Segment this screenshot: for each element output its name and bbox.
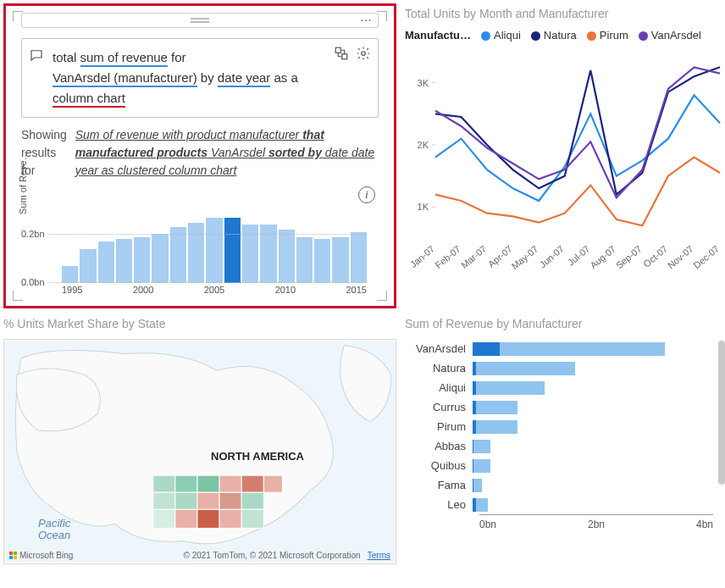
- hbar-row[interactable]: Currus: [405, 397, 713, 417]
- column-bar[interactable]: [314, 239, 330, 283]
- hbar-category-label: Fama: [405, 479, 473, 491]
- svg-text:2K: 2K: [418, 140, 429, 150]
- qna-token-visual-type: column chart: [53, 91, 125, 108]
- column-bar[interactable]: [351, 232, 367, 283]
- hbar-category-label: Pirum: [405, 420, 473, 433]
- svg-rect-0: [335, 47, 340, 53]
- chat-icon: [29, 47, 44, 63]
- hbar-bar-highlight: [473, 381, 476, 395]
- svg-text:Jul-07: Jul-07: [566, 243, 592, 267]
- svg-point-2: [362, 52, 366, 56]
- hbar-bar[interactable]: [473, 440, 490, 453]
- hbar-bar[interactable]: [473, 362, 575, 375]
- hbar-row[interactable]: VanArsdel: [405, 339, 713, 358]
- restate-label: Showing: [21, 128, 67, 141]
- gear-icon[interactable]: [356, 46, 371, 61]
- info-icon[interactable]: i: [358, 186, 375, 203]
- svg-rect-34: [175, 509, 197, 528]
- hbar-tile[interactable]: Sum of Revenue by Manufacturer VanArsdel…: [405, 317, 725, 571]
- column-bar-highlight[interactable]: [224, 218, 241, 283]
- hbar-bar[interactable]: [473, 498, 488, 512]
- svg-rect-1: [342, 54, 347, 59]
- hbar-row[interactable]: Abbas: [405, 436, 713, 456]
- hbar-bar[interactable]: [473, 479, 482, 492]
- column-chart-y-axis-label: Sum of Reve…: [18, 151, 28, 214]
- column-bar[interactable]: [188, 223, 204, 283]
- resize-handle-bl[interactable]: [13, 291, 23, 301]
- qna-question-input[interactable]: total sum of revenue for VanArsdel (manu…: [21, 38, 379, 118]
- svg-rect-25: [219, 475, 241, 492]
- hbar-category-label: Currus: [405, 401, 473, 413]
- svg-rect-26: [241, 475, 263, 492]
- column-bar[interactable]: [98, 241, 114, 283]
- svg-text:Oct-07: Oct-07: [641, 243, 669, 269]
- column-bar[interactable]: [332, 237, 348, 283]
- svg-text:1K: 1K: [418, 202, 429, 212]
- x-tick: 2015: [346, 285, 367, 295]
- hbar-row[interactable]: Fama: [405, 475, 713, 495]
- hbar-bar[interactable]: [473, 401, 517, 414]
- qna-visual-tile[interactable]: ⋯ total sum of revenue for VanArsdel (ma…: [3, 3, 396, 308]
- bing-logo: Microsoft Bing: [9, 551, 73, 560]
- column-bar[interactable]: [170, 227, 186, 283]
- hbar-row[interactable]: Natura: [405, 358, 713, 378]
- scrollbar-thumb[interactable]: [718, 341, 725, 485]
- column-bar[interactable]: [116, 239, 132, 283]
- hbar-bar[interactable]: [473, 381, 545, 395]
- more-options-icon[interactable]: ⋯: [360, 14, 373, 27]
- line-chart-title: Total Units by Month and Manufacturer: [405, 7, 725, 20]
- svg-rect-29: [175, 492, 197, 509]
- hbar-row[interactable]: Aliqui: [405, 378, 713, 397]
- legend-swatch-icon: [531, 31, 540, 41]
- resize-handle-br[interactable]: [377, 291, 387, 301]
- hbar-title: Sum of Revenue by Manufacturer: [405, 317, 713, 330]
- hbar-category-label: Quibus: [405, 459, 473, 472]
- x-tick: 2bn: [588, 519, 605, 530]
- hbar-row[interactable]: Quibus: [405, 456, 713, 475]
- svg-rect-31: [219, 492, 241, 509]
- column-bar[interactable]: [279, 230, 295, 283]
- shape-map[interactable]: NORTH AMERICA PacificOcean Microsoft Bin…: [3, 339, 396, 564]
- hbar-bar-highlight: [473, 479, 473, 492]
- legend-item[interactable]: VanArsdel: [639, 29, 701, 42]
- map-continent-label: NORTH AMERICA: [211, 450, 304, 463]
- hbar-category-label: VanArsdel: [405, 342, 473, 355]
- svg-text:Apr-07: Apr-07: [486, 243, 514, 269]
- convert-visual-icon[interactable]: [334, 46, 349, 61]
- hbar-bar[interactable]: [473, 420, 517, 434]
- map-terms-link[interactable]: Terms: [368, 551, 390, 560]
- drag-handle-icon: [191, 18, 209, 23]
- map-tile[interactable]: % Units Market Share by State: [3, 317, 396, 571]
- svg-rect-36: [219, 509, 241, 528]
- visual-drag-header[interactable]: ⋯: [21, 13, 379, 28]
- hbar-category-label: Abbas: [405, 440, 473, 452]
- line-chart-tile[interactable]: Total Units by Month and Manufacturer Ma…: [405, 3, 725, 308]
- svg-text:Jun-07: Jun-07: [538, 243, 566, 269]
- hbar-bar-highlight: [473, 440, 473, 453]
- line-series-Natura[interactable]: [435, 67, 720, 194]
- column-chart[interactable]: 0.2bn 0.0bn: [62, 210, 367, 283]
- svg-text:Nov-07: Nov-07: [666, 243, 695, 270]
- line-series-Aliqui[interactable]: [435, 95, 720, 201]
- column-chart-x-axis: 1995 2000 2005 2010 2015: [62, 285, 367, 295]
- column-bar[interactable]: [206, 218, 222, 283]
- hbar-row[interactable]: Pirum: [405, 417, 713, 436]
- column-bar[interactable]: [80, 249, 96, 283]
- column-bar[interactable]: [152, 234, 168, 283]
- legend-swatch-icon: [587, 31, 596, 41]
- column-bar[interactable]: [134, 237, 150, 283]
- line-series-Pirum[interactable]: [435, 158, 720, 226]
- hbar-bar[interactable]: [473, 342, 665, 356]
- qna-text: total: [53, 50, 80, 64]
- legend-item[interactable]: Pirum: [587, 29, 628, 42]
- legend-item[interactable]: Aliqui: [481, 29, 521, 42]
- hbar-row[interactable]: Leo: [405, 495, 713, 514]
- qna-text: as a: [270, 70, 298, 85]
- x-tick: 4bn: [696, 519, 713, 530]
- column-bar[interactable]: [296, 237, 313, 283]
- column-bar[interactable]: [62, 266, 78, 283]
- line-chart[interactable]: 3K2K1K Jan-07Feb-07Mar-07Apr-07May-07Jun…: [405, 47, 725, 274]
- hbar-bar[interactable]: [473, 459, 490, 473]
- hbar-chart[interactable]: VanArsdelNaturaAliquiCurrusPirumAbbasQui…: [405, 339, 713, 514]
- legend-item[interactable]: Natura: [531, 29, 577, 42]
